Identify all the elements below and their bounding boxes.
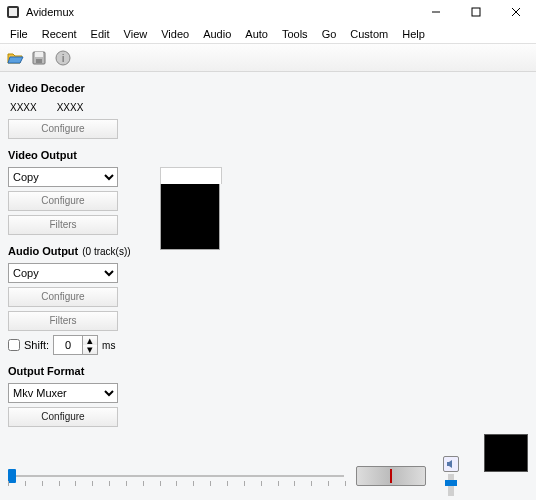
window-title: Avidemux (26, 6, 74, 18)
decoder-info: XXXX XXXX (8, 100, 152, 119)
menu-go[interactable]: Go (316, 26, 343, 42)
svg-rect-1 (9, 8, 17, 16)
video-output-filters-button[interactable]: Filters (8, 215, 118, 235)
shift-checkbox[interactable] (8, 339, 20, 351)
minimize-button[interactable] (416, 0, 456, 24)
audio-output-select[interactable]: Copy (8, 263, 118, 283)
output-format-configure-button[interactable]: Configure (8, 407, 118, 427)
video-output-title: Video Output (8, 149, 152, 161)
shift-down-icon[interactable]: ▾ (83, 345, 97, 354)
audio-output-title: Audio Output (8, 245, 78, 257)
svg-text:i: i (62, 53, 64, 64)
audio-output-configure-button[interactable]: Configure (8, 287, 118, 307)
menu-audio[interactable]: Audio (197, 26, 237, 42)
info-button[interactable]: i (52, 47, 74, 69)
close-button[interactable] (496, 0, 536, 24)
audio-tracks-count: (0 track(s)) (82, 246, 130, 257)
shift-label: Shift: (24, 339, 49, 351)
menu-video[interactable]: Video (155, 26, 195, 42)
main-area: Video Decoder XXXX XXXX Configure Video … (0, 72, 536, 452)
menu-file[interactable]: File (4, 26, 34, 42)
video-decoder-title: Video Decoder (8, 82, 152, 94)
volume-icon[interactable] (443, 456, 459, 472)
video-preview (160, 182, 220, 250)
open-button[interactable] (4, 47, 26, 69)
output-format-select[interactable]: Mkv Muxer (8, 383, 118, 403)
decoder-x2: XXXX (57, 102, 84, 113)
audio-output-header: Audio Output (0 track(s)) (8, 245, 152, 257)
menu-edit[interactable]: Edit (85, 26, 116, 42)
menu-tools[interactable]: Tools (276, 26, 314, 42)
menu-view[interactable]: View (118, 26, 154, 42)
menu-custom[interactable]: Custom (344, 26, 394, 42)
titlebar: Avidemux (0, 0, 536, 24)
shift-spinner[interactable]: ▴ ▾ (53, 335, 98, 355)
jog-wheel[interactable] (356, 466, 426, 486)
shift-value[interactable] (54, 336, 82, 354)
preview-area (160, 72, 536, 452)
video-output-select[interactable]: Copy (8, 167, 118, 187)
maximize-button[interactable] (456, 0, 496, 24)
svg-marker-11 (447, 460, 452, 468)
save-button[interactable] (28, 47, 50, 69)
toolbar: i (0, 44, 536, 72)
audio-output-filters-button[interactable]: Filters (8, 311, 118, 331)
menu-help[interactable]: Help (396, 26, 431, 42)
svg-rect-8 (36, 59, 42, 63)
bottom-panel: A B A: 000000 B: 000000 Play filtered Ti… (0, 452, 536, 500)
shift-row: Shift: ▴ ▾ ms (8, 335, 152, 355)
decoder-x1: XXXX (10, 102, 37, 113)
video-decoder-configure-button[interactable]: Configure (8, 119, 118, 139)
side-panel: Video Decoder XXXX XXXX Configure Video … (0, 72, 160, 452)
menubar: File Recent Edit View Video Audio Auto T… (0, 24, 536, 44)
app-icon (6, 5, 20, 19)
svg-rect-7 (35, 52, 43, 57)
menu-recent[interactable]: Recent (36, 26, 83, 42)
svg-rect-3 (472, 8, 480, 16)
volume-slider[interactable] (448, 474, 454, 496)
output-format-title: Output Format (8, 365, 152, 377)
video-output-configure-button[interactable]: Configure (8, 191, 118, 211)
ms-label: ms (102, 340, 115, 351)
menu-auto[interactable]: Auto (239, 26, 274, 42)
timeline-slider[interactable] (8, 465, 346, 487)
